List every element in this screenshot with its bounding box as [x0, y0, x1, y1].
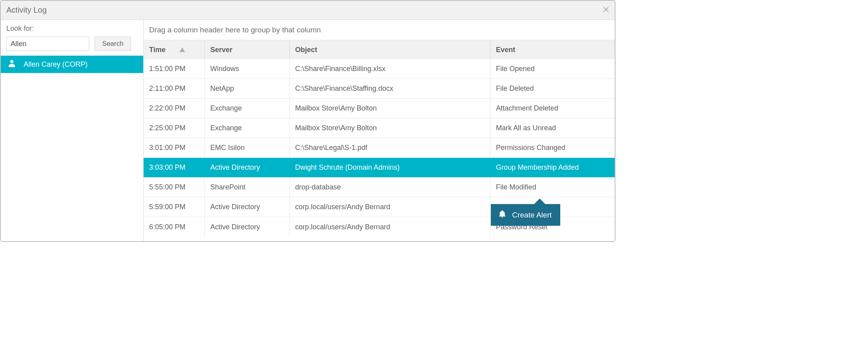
cell-server: Exchange	[205, 118, 290, 138]
cell-event: Attachment Deleted	[490, 99, 615, 118]
table-row[interactable]: 5:55:00 PMSharePointdrop-databaseFile Mo…	[144, 178, 615, 197]
table-row[interactable]: 2:25:00 PMExchangeMailbox Store\Amy Bolt…	[144, 118, 615, 138]
sort-asc-icon	[180, 46, 185, 54]
search-result-item[interactable]: Allen Carey (CORP)	[1, 56, 143, 73]
tooltip-arrow	[533, 199, 546, 205]
cell-time: 3:03:00 PM	[144, 158, 205, 177]
column-header-object[interactable]: Object	[290, 40, 490, 59]
cell-time: 5:59:00 PM	[144, 197, 205, 217]
cell-event: Group Membership Added	[490, 158, 615, 177]
column-header-label: Server	[210, 46, 232, 54]
create-alert-label: Create Alert	[512, 211, 552, 219]
cell-object: C:\Share\Finance\Staffing.docx	[290, 79, 490, 98]
search-result-label: Allen Carey (CORP)	[24, 60, 88, 69]
cell-object: C:\Share\Finance\Billing.xlsx	[290, 59, 490, 79]
column-header-time[interactable]: Time	[144, 40, 205, 59]
cell-server: EMC Isilon	[205, 138, 290, 157]
sidebar: Look for: Search Allen Carey (CORP)	[1, 20, 144, 241]
column-header-label: Event	[496, 46, 515, 54]
cell-server: Active Directory	[205, 217, 290, 237]
cell-server: Exchange	[205, 99, 290, 118]
user-icon	[9, 60, 15, 69]
column-header-server[interactable]: Server	[205, 40, 290, 59]
cell-server: Active Directory	[205, 197, 290, 217]
cell-object: corp.local/users/Andy Bernard	[290, 197, 490, 217]
grid-header: Time Server Object Event	[144, 40, 615, 59]
cell-time: 2:22:00 PM	[144, 99, 205, 118]
cell-server: NetApp	[205, 79, 290, 98]
cell-object: Mailbox Store\Amy Bolton	[290, 118, 490, 138]
column-header-event[interactable]: Event	[490, 40, 615, 59]
cell-object: corp.local/users/Andy Bernard	[290, 217, 490, 237]
cell-time: 1:51:00 PM	[144, 59, 205, 79]
cell-event: File Opened	[490, 59, 615, 79]
create-alert-button[interactable]: Create Alert	[491, 204, 560, 226]
cell-object: C:\Share\Legal\S-1.pdf	[290, 138, 490, 157]
table-row[interactable]: 1:51:00 PMWindowsC:\Share\Finance\Billin…	[144, 59, 615, 79]
create-alert-tooltip: Create Alert	[491, 204, 560, 226]
cell-object: Dwight Schrute (Domain Admins)	[290, 158, 490, 177]
cell-time: 5:55:00 PM	[144, 178, 205, 197]
cell-event: Mark All as Unread	[490, 118, 615, 138]
column-header-label: Object	[295, 46, 317, 54]
cell-event: File Modified	[490, 178, 615, 197]
window-title: Activity Log	[6, 6, 47, 15]
activity-log-window: Activity Log Look for: Search Allen Care…	[0, 0, 615, 242]
cell-event: File Deleted	[490, 79, 615, 98]
main-panel: Drag a column header here to group by th…	[144, 20, 615, 241]
titlebar: Activity Log	[1, 1, 615, 20]
bell-icon	[498, 210, 507, 220]
table-row[interactable]: 2:22:00 PMExchangeMailbox Store\Amy Bolt…	[144, 99, 615, 118]
cell-object: Mailbox Store\Amy Bolton	[290, 99, 490, 118]
search-input[interactable]	[6, 37, 89, 51]
cell-time: 3:01:00 PM	[144, 138, 205, 157]
cell-server: Windows	[205, 59, 290, 79]
cell-time: 6:05:00 PM	[144, 217, 205, 237]
table-row[interactable]: 3:03:00 PMActive DirectoryDwight Schrute…	[144, 158, 615, 178]
table-row[interactable]: 3:01:00 PMEMC IsilonC:\Share\Legal\S-1.p…	[144, 138, 615, 158]
lookfor-section: Look for: Search	[1, 20, 143, 56]
lookfor-label: Look for:	[6, 24, 138, 33]
cell-object: drop-database	[290, 178, 490, 197]
cell-event: Permissions Changed	[490, 138, 615, 157]
search-button[interactable]: Search	[95, 37, 131, 51]
cell-time: 2:25:00 PM	[144, 118, 205, 138]
table-row[interactable]: 2:11:00 PMNetAppC:\Share\Finance\Staffin…	[144, 79, 615, 99]
svg-marker-2	[180, 47, 185, 52]
close-icon[interactable]	[603, 6, 609, 14]
group-by-hint[interactable]: Drag a column header here to group by th…	[144, 20, 615, 40]
cell-server: SharePoint	[205, 178, 290, 197]
column-header-label: Time	[149, 46, 166, 54]
cell-server: Active Directory	[205, 158, 290, 177]
cell-time: 2:11:00 PM	[144, 79, 205, 98]
